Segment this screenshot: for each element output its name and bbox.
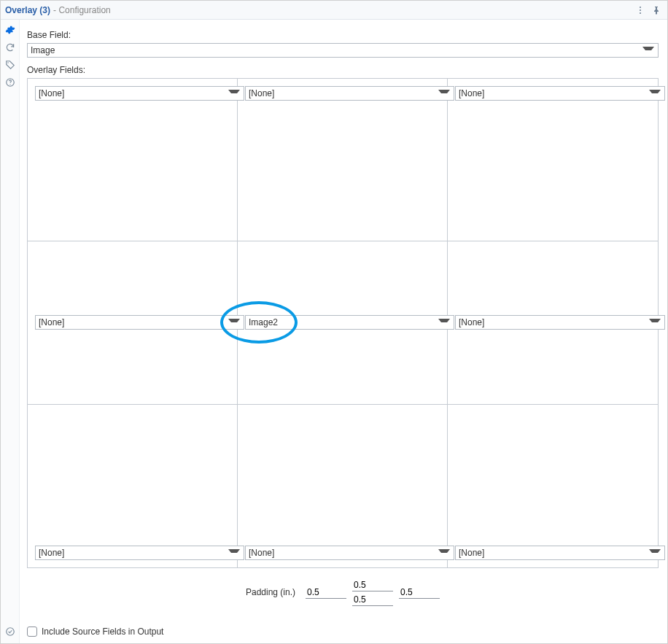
overlay-cell-bl: [None] — [28, 405, 238, 567]
overlay-fields-label: Overlay Fields: — [27, 65, 659, 75]
padding-row: Padding (in.) — [27, 578, 659, 606]
include-source-checkbox[interactable] — [27, 626, 37, 637]
refresh-icon[interactable] — [4, 42, 16, 53]
padding-top-input[interactable] — [352, 578, 393, 591]
pin-icon[interactable] — [650, 4, 663, 17]
base-field-combo[interactable]: Image — [27, 43, 659, 58]
config-panel: Base Field: Image Overlay Fields: [None]… — [20, 20, 667, 643]
overlay-cell-tc: [None] — [238, 79, 448, 241]
overlay-combo-tr[interactable]: [None] — [455, 86, 665, 101]
padding-label: Padding (in.) — [246, 587, 295, 597]
padding-right-input[interactable] — [399, 586, 440, 599]
check-circle-icon[interactable] — [4, 626, 16, 637]
overlay-combo-mc[interactable]: Image2 — [245, 315, 454, 330]
overlay-combo-tl[interactable]: [None] — [35, 86, 244, 101]
svg-point-3 — [7, 62, 9, 63]
svg-point-6 — [6, 628, 14, 636]
overlay-grid: [None] [None] [None] [None] Image2 [None… — [27, 78, 659, 568]
overlay-cell-ml: [None] — [28, 241, 238, 404]
more-options-icon[interactable] — [634, 4, 647, 17]
padding-left-input[interactable] — [306, 586, 346, 599]
overlay-combo-tc[interactable]: [None] — [245, 86, 454, 101]
overlay-combo-br[interactable]: [None] — [455, 546, 665, 560]
overlay-cell-tl: [None] — [28, 79, 238, 241]
svg-point-2 — [640, 12, 641, 14]
include-source-row: Include Source Fields in Output — [27, 626, 659, 637]
help-icon[interactable] — [4, 77, 16, 88]
svg-point-1 — [640, 9, 641, 11]
left-tab-strip — [1, 20, 20, 643]
overlay-cell-bc: [None] — [238, 405, 448, 567]
overlay-cell-br: [None] — [448, 405, 658, 567]
tag-icon[interactable] — [4, 59, 16, 71]
overlay-combo-ml[interactable]: [None] — [35, 315, 244, 330]
panel-subtitle: - Configuration — [53, 5, 111, 15]
panel-title: Overlay (3) — [5, 5, 50, 15]
base-field-label: Base Field: — [27, 30, 659, 40]
panel-header: Overlay (3) - Configuration — [1, 1, 667, 20]
svg-point-5 — [9, 84, 10, 85]
overlay-combo-mr[interactable]: [None] — [455, 315, 665, 330]
overlay-combo-bc[interactable]: [None] — [245, 546, 454, 560]
padding-bottom-input[interactable] — [352, 593, 393, 606]
svg-point-0 — [640, 7, 641, 8]
overlay-combo-bl[interactable]: [None] — [35, 546, 244, 560]
overlay-cell-mc: Image2 — [238, 241, 448, 404]
overlay-cell-tr: [None] — [448, 79, 658, 241]
overlay-cell-mr: [None] — [448, 241, 658, 404]
gear-icon[interactable] — [4, 24, 16, 36]
include-source-label: Include Source Fields in Output — [42, 626, 163, 637]
base-field-value: Image — [31, 45, 55, 55]
